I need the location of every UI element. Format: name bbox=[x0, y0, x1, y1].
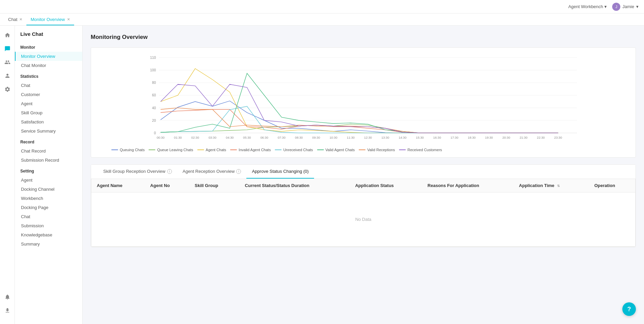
agent-reception-info-icon[interactable]: i bbox=[236, 169, 241, 174]
svg-text:15:30: 15:30 bbox=[416, 136, 424, 139]
svg-text:110: 110 bbox=[150, 56, 156, 60]
workbench-label: Agent Workbench bbox=[568, 4, 603, 9]
team-icon-btn[interactable] bbox=[2, 57, 13, 68]
svg-text:14:30: 14:30 bbox=[399, 136, 406, 139]
svg-text:21:30: 21:30 bbox=[519, 136, 527, 139]
nav-item-submission-record[interactable]: Submission Record bbox=[15, 156, 82, 165]
nav-item-setting-docking-channel[interactable]: Docking Channel bbox=[15, 185, 82, 194]
col-agent-no: Agent No bbox=[145, 179, 189, 192]
help-icon: ? bbox=[627, 306, 631, 313]
svg-text:17:30: 17:30 bbox=[450, 136, 458, 139]
svg-text:06:30: 06:30 bbox=[260, 136, 268, 139]
sort-icon[interactable]: ⇅ bbox=[557, 184, 560, 188]
tab-chat-label: Chat bbox=[8, 17, 17, 22]
svg-text:80: 80 bbox=[152, 81, 156, 85]
topbar: Agent Workbench ▾ J Jamie ▾ bbox=[0, 0, 644, 14]
line-chart: 0 20 40 60 80 100 110 00:30 01:30 02:30 … bbox=[98, 54, 629, 142]
legend-dot-agent-chats bbox=[197, 149, 204, 150]
col-reasons: Reasons For Application bbox=[422, 179, 513, 192]
nav-section-monitor: Monitor bbox=[15, 41, 82, 52]
table-container: Agent Name Agent No Skill Group Current … bbox=[91, 179, 636, 247]
nav-item-stat-satisfaction[interactable]: Satisfaction bbox=[15, 117, 82, 126]
legend-valid-receptions: Valid Receptions bbox=[359, 148, 395, 152]
col-current-status: Current Status/Status Duration bbox=[240, 179, 350, 192]
table-header: Agent Name Agent No Skill Group Current … bbox=[91, 179, 635, 192]
tab-chat[interactable]: Chat ✕ bbox=[4, 17, 26, 25]
legend-label-unreceived: Unreceived Chats bbox=[283, 148, 313, 152]
legend-label-valid-agent: Valid Agent Chats bbox=[326, 148, 355, 152]
tab-approve-status[interactable]: Approve Status Changing (0) bbox=[246, 165, 314, 179]
settings-icon-btn[interactable] bbox=[2, 84, 13, 95]
page-title: Monitoring Overview bbox=[91, 34, 636, 41]
svg-text:40: 40 bbox=[152, 106, 156, 110]
user-name: Jamie bbox=[622, 4, 634, 9]
tabs-bar: Chat ✕ Monitor Overview ✕ bbox=[0, 14, 644, 26]
nav-item-chat-record[interactable]: Chat Record bbox=[15, 146, 82, 156]
table-header-row: Agent Name Agent No Skill Group Current … bbox=[91, 179, 635, 192]
nav-item-setting-docking-page[interactable]: Docking Page bbox=[15, 203, 82, 212]
download-icon-btn[interactable] bbox=[2, 305, 13, 316]
svg-text:20:30: 20:30 bbox=[502, 136, 510, 139]
svg-text:10:30: 10:30 bbox=[330, 136, 337, 139]
skillgroup-info-icon[interactable]: i bbox=[167, 169, 172, 174]
bell-icon-btn[interactable] bbox=[2, 292, 13, 302]
nav-item-stat-servicesummary[interactable]: Service Summary bbox=[15, 126, 82, 136]
nav-section-record: Record bbox=[15, 136, 82, 146]
tab-approve-label: Approve Status Changing (0) bbox=[252, 169, 309, 174]
nav-section-statistics: Statistics bbox=[15, 70, 82, 81]
approve-status-table: Agent Name Agent No Skill Group Current … bbox=[91, 179, 635, 247]
nav-item-setting-submission[interactable]: Submission bbox=[15, 221, 82, 230]
svg-text:60: 60 bbox=[152, 93, 156, 97]
tab-agent-reception[interactable]: Agent Reception Overview i bbox=[177, 165, 247, 179]
workbench-chevron: ▾ bbox=[604, 4, 607, 9]
tab-skillgroup-label: Skill Group Reception Overview bbox=[103, 169, 165, 174]
legend-dot-queue-leaving bbox=[149, 149, 155, 150]
svg-text:09:30: 09:30 bbox=[312, 136, 320, 139]
nav-item-stat-skillgroup[interactable]: Skill Group bbox=[15, 108, 82, 117]
home-icon-btn[interactable] bbox=[2, 30, 13, 41]
nav-item-monitor-overview[interactable]: Monitor Overview bbox=[15, 52, 82, 61]
svg-text:0: 0 bbox=[154, 131, 156, 135]
col-skill-group: Skill Group bbox=[189, 179, 239, 192]
svg-text:11:30: 11:30 bbox=[347, 136, 355, 139]
nav-item-setting-summary[interactable]: Summary bbox=[15, 239, 82, 249]
nav-item-chat-monitor[interactable]: Chat Monitor bbox=[15, 61, 82, 70]
nav-item-stat-chat[interactable]: Chat bbox=[15, 81, 82, 90]
chart-legend: Queuing Chats Queue Leaving Chats Agent … bbox=[98, 148, 629, 152]
main-layout: Live Chat Monitor Monitor Overview Chat … bbox=[0, 26, 644, 324]
nav-section-setting: Setting bbox=[15, 165, 82, 176]
person-icon-btn[interactable] bbox=[2, 70, 13, 81]
nav-item-stat-customer[interactable]: Customer bbox=[15, 90, 82, 99]
svg-text:22:30: 22:30 bbox=[537, 136, 545, 139]
legend-queuing-chats: Queuing Chats bbox=[111, 148, 145, 152]
legend-valid-agent-chats: Valid Agent Chats bbox=[317, 148, 355, 152]
icon-sidebar bbox=[0, 26, 15, 324]
legend-invalid-agent-chats: Invalid Agent Chats bbox=[230, 148, 271, 152]
nav-item-setting-workbench[interactable]: Workbench bbox=[15, 194, 82, 203]
chart-card: 0 20 40 60 80 100 110 00:30 01:30 02:30 … bbox=[91, 47, 636, 158]
chat-icon-btn[interactable] bbox=[2, 43, 13, 54]
tab-monitor-overview-label: Monitor Overview bbox=[30, 17, 65, 22]
agent-workbench-dropdown[interactable]: Agent Workbench ▾ bbox=[568, 4, 607, 9]
tab-monitor-overview[interactable]: Monitor Overview ✕ bbox=[26, 17, 74, 25]
svg-text:02:30: 02:30 bbox=[191, 136, 199, 139]
svg-text:12:30: 12:30 bbox=[364, 136, 372, 139]
legend-dot-valid-receptions bbox=[359, 149, 365, 150]
user-menu[interactable]: J Jamie ▾ bbox=[612, 3, 639, 11]
nav-item-setting-chat[interactable]: Chat bbox=[15, 212, 82, 221]
no-data-row: No Data bbox=[91, 192, 635, 247]
tab-monitor-overview-close[interactable]: ✕ bbox=[67, 17, 70, 22]
section-tabs: Skill Group Reception Overview i Agent R… bbox=[91, 165, 636, 179]
legend-queue-leaving-chats: Queue Leaving Chats bbox=[149, 148, 193, 152]
col-operation: Operation bbox=[589, 179, 635, 192]
nav-item-stat-agent[interactable]: Agent bbox=[15, 99, 82, 108]
no-data-text: No Data bbox=[97, 196, 630, 242]
nav-item-setting-agent[interactable]: Agent bbox=[15, 176, 82, 185]
chart-container: 0 20 40 60 80 100 110 00:30 01:30 02:30 … bbox=[98, 54, 629, 152]
content-area: Monitoring Overview 0 20 40 60 bbox=[83, 26, 644, 324]
nav-item-setting-knowledgebase[interactable]: Knowledgebase bbox=[15, 230, 82, 239]
tab-skillgroup-reception[interactable]: Skill Group Reception Overview i bbox=[98, 165, 177, 179]
help-button[interactable]: ? bbox=[622, 302, 636, 316]
svg-text:05:30: 05:30 bbox=[243, 136, 251, 139]
tab-chat-close[interactable]: ✕ bbox=[19, 17, 22, 22]
